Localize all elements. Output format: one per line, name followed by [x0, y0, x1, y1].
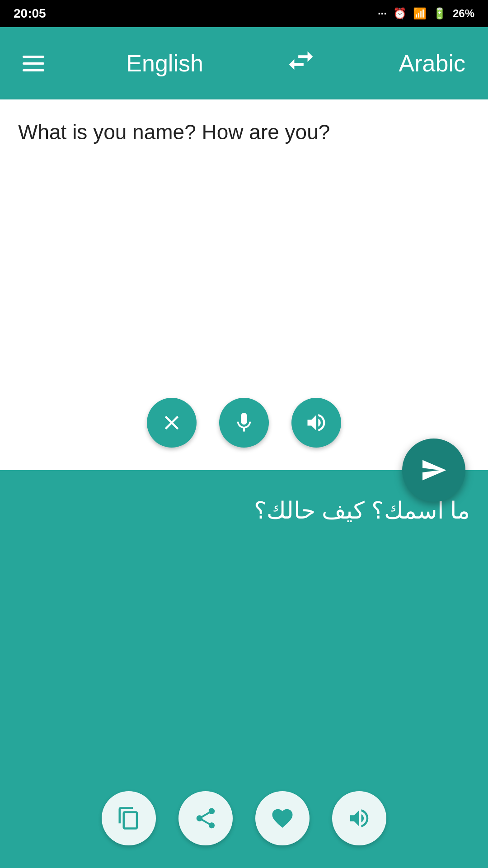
- speak-source-button[interactable]: [291, 398, 341, 448]
- menu-button[interactable]: [23, 56, 44, 71]
- source-text-input[interactable]: [18, 118, 470, 389]
- swap-languages-button[interactable]: [285, 45, 317, 82]
- source-language[interactable]: English: [126, 50, 203, 77]
- favorite-button[interactable]: [255, 791, 310, 845]
- battery-percent: 26%: [453, 7, 474, 20]
- share-button[interactable]: [178, 791, 233, 845]
- translate-button[interactable]: [402, 439, 465, 502]
- toolbar: English Arabic: [0, 27, 488, 99]
- alarm-icon: ⏰: [393, 7, 407, 20]
- speak-translation-button[interactable]: [332, 791, 386, 845]
- copy-button[interactable]: [102, 791, 156, 845]
- main-content: ما اسمك؟ كيف حالك؟: [0, 99, 488, 868]
- status-icons: ··· ⏰ 📶 🔋 26%: [378, 7, 474, 20]
- input-panel: [0, 99, 488, 470]
- input-controls: [18, 398, 470, 457]
- output-panel: ما اسمك؟ كيف حالك؟: [0, 470, 488, 868]
- more-icon: ···: [378, 7, 387, 20]
- clear-button[interactable]: [147, 398, 197, 448]
- translated-text: ما اسمك؟ كيف حالك؟: [18, 493, 470, 791]
- status-time: 20:05: [14, 6, 46, 21]
- battery-icon: 🔋: [433, 7, 446, 20]
- microphone-button[interactable]: [219, 398, 269, 448]
- status-bar: 20:05 ··· ⏰ 📶 🔋 26%: [0, 0, 488, 27]
- output-controls: [18, 791, 470, 854]
- sim-icon: 📶: [413, 7, 427, 20]
- target-language[interactable]: Arabic: [399, 50, 465, 77]
